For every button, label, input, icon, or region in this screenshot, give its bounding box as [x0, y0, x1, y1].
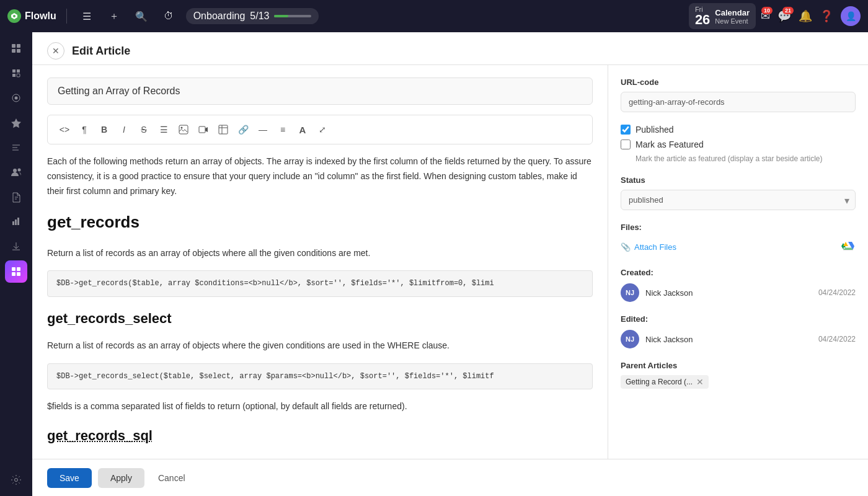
published-label: Published: [636, 125, 674, 135]
messages-button[interactable]: 💬 21: [777, 9, 791, 23]
app-logo[interactable]: Flowlu: [7, 9, 56, 23]
edited-date: 04/24/2022: [818, 335, 856, 343]
page-title: Edit Article: [72, 45, 130, 58]
sidebar-item-apps[interactable]: [5, 260, 27, 283]
content-heading1: get_records: [47, 208, 593, 236]
calendar-info: Fri 26: [695, 6, 710, 27]
content-para1: Each of the following methods return an …: [47, 154, 593, 198]
published-section: Published Mark as Featured Mark the arti…: [621, 125, 856, 163]
svg-rect-18: [219, 125, 228, 134]
sidebar-item-knowledge[interactable]: [5, 186, 27, 208]
save-button[interactable]: Save: [47, 468, 92, 488]
recent-button[interactable]: ⏱: [159, 6, 179, 26]
apply-button[interactable]: Apply: [98, 468, 144, 488]
sidebar-item-reports[interactable]: [5, 211, 27, 233]
editor-layout: <> ¶ B I S ☰ 🔗 —: [32, 65, 868, 459]
sidebar-item-projects[interactable]: [5, 62, 27, 84]
calendar-button[interactable]: Fri 26 Calendar New Event: [689, 3, 756, 29]
featured-desc: Mark the article as featured (display a …: [636, 154, 856, 163]
parent-tag: Getting a Record (... ✕: [621, 375, 709, 389]
avatar-initials: 👤: [846, 11, 856, 21]
content-code2: $DB->get_records_select($table, $select,…: [47, 363, 593, 389]
url-input[interactable]: [621, 92, 856, 112]
svg-rect-17: [199, 126, 205, 133]
status-select[interactable]: published draft archived: [621, 190, 856, 210]
cancel-button[interactable]: Cancel: [151, 468, 193, 488]
top-navigation: Flowlu ☰ ＋ 🔍 ⏱ Onboarding 5/13 Fri 26 Ca…: [0, 0, 868, 32]
add-button[interactable]: ＋: [104, 6, 124, 26]
url-label: URL-code: [621, 78, 856, 87]
toolbar-font-btn[interactable]: A: [293, 120, 312, 139]
files-section: Files: 📎 Attach Files: [621, 223, 856, 255]
sidebar-item-tasks[interactable]: [5, 136, 27, 159]
search-button[interactable]: 🔍: [131, 6, 151, 26]
svg-rect-3: [12, 49, 16, 53]
onboarding-pill[interactable]: Onboarding 5/13: [186, 8, 319, 24]
toolbar-italic-btn[interactable]: I: [115, 120, 133, 139]
featured-checkbox[interactable]: [621, 140, 631, 149]
content-heading2: get_records_select: [47, 307, 593, 330]
sidebar-item-import[interactable]: [5, 236, 27, 258]
calendar-text: Calendar New Event: [715, 8, 750, 25]
svg-rect-5: [17, 74, 20, 77]
created-user: Nick Jackson: [645, 288, 693, 298]
svg-point-7: [15, 97, 18, 100]
sidebar-item-team[interactable]: [5, 161, 27, 184]
page-header: ✕ Edit Article: [32, 32, 868, 65]
svg-rect-2: [17, 44, 20, 48]
toolbar-list-btn[interactable]: ☰: [154, 120, 173, 139]
onboarding-progress-fill: [274, 15, 288, 17]
nav-divider: [66, 9, 67, 24]
content-para4: $fields is a comma separated list of fie…: [47, 399, 593, 414]
status-section: Status published draft archived: [621, 175, 856, 210]
editor-sidebar: URL-code Published Mark as Featured Mark…: [608, 65, 868, 459]
sidebar-item-crm[interactable]: [5, 87, 27, 109]
svg-rect-1: [12, 44, 16, 48]
gdrive-button[interactable]: [841, 238, 856, 255]
parent-tag-text: Getting a Record (...: [626, 378, 693, 386]
article-title-input[interactable]: [47, 78, 593, 105]
close-button[interactable]: ✕: [47, 42, 64, 60]
toolbar-paragraph-btn[interactable]: ¶: [75, 120, 94, 139]
sidebar-item-settings[interactable]: [5, 469, 27, 491]
created-label: Created:: [621, 268, 856, 277]
attach-files-button[interactable]: 📎 Attach Files: [621, 242, 676, 252]
editor-content[interactable]: Each of the following methods return an …: [47, 154, 593, 448]
logo-icon: [7, 9, 21, 23]
published-checkbox[interactable]: [621, 125, 631, 135]
editor-toolbar: <> ¶ B I S ☰ 🔗 —: [47, 115, 593, 144]
toolbar-video-btn[interactable]: [194, 120, 213, 139]
sidebar-item-deals[interactable]: [5, 112, 27, 134]
featured-row: Mark as Featured: [621, 140, 856, 149]
files-label: Files:: [621, 223, 856, 232]
notifications-button[interactable]: 🔔: [799, 9, 812, 23]
bell-icon: 🔔: [799, 10, 812, 22]
created-date: 04/24/2022: [818, 288, 856, 297]
hamburger-menu[interactable]: ☰: [77, 6, 97, 26]
mail-button[interactable]: ✉ 10: [761, 9, 770, 23]
toolbar-align-btn[interactable]: ≡: [273, 120, 292, 139]
main-layout: ✕ Edit Article <> ¶ B I S ☰: [0, 32, 868, 496]
created-avatar: NJ: [621, 283, 639, 302]
help-button[interactable]: ❓: [820, 9, 833, 23]
toolbar-code-btn[interactable]: <>: [55, 120, 74, 139]
bottom-bar: Save Apply Cancel: [32, 459, 868, 496]
toolbar-fullscreen-btn[interactable]: ⤢: [313, 120, 332, 139]
content-para2: Return a list of records as an array of …: [47, 246, 593, 261]
toolbar-table-btn[interactable]: [214, 120, 232, 139]
calendar-title: Calendar: [715, 8, 750, 17]
svg-rect-13: [17, 272, 20, 276]
toolbar-hr-btn[interactable]: —: [254, 120, 272, 139]
sidebar-item-dashboard[interactable]: [5, 37, 27, 60]
toolbar-bold-btn[interactable]: B: [95, 120, 113, 139]
attach-row: 📎 Attach Files: [621, 238, 856, 255]
onboarding-progress-bar: [274, 15, 311, 17]
toolbar-image-btn[interactable]: [174, 120, 193, 139]
edited-label: Edited:: [621, 314, 856, 324]
created-section: Created: NJ Nick Jackson 04/24/2022: [621, 268, 856, 302]
user-avatar[interactable]: 👤: [841, 6, 861, 26]
url-section: URL-code: [621, 78, 856, 112]
parent-tag-remove[interactable]: ✕: [696, 378, 704, 386]
toolbar-strike-btn[interactable]: S: [135, 120, 153, 139]
toolbar-link-btn[interactable]: 🔗: [234, 120, 252, 139]
